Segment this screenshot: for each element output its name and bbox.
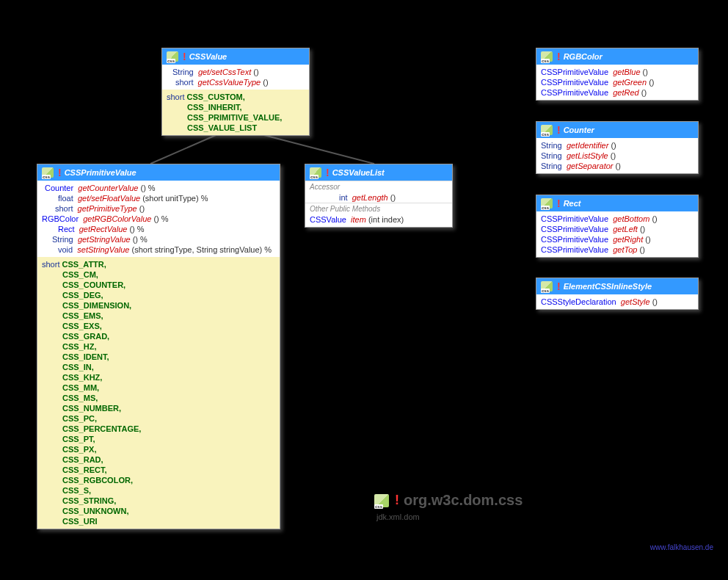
constant-row: CSS_RAD, (42, 454, 275, 465)
class-title: CSSValueList (332, 168, 385, 177)
class-title: Counter (564, 126, 594, 134)
method-list: CSSValue item (int index) (305, 214, 452, 227)
constant-row: CSS_DIMENSION, (42, 300, 275, 311)
class-title: CSSValue (189, 52, 228, 61)
constant-row: CSS_PX, (42, 444, 275, 454)
constant-row: short CSS_ATTR, (42, 259, 275, 269)
css-icon (541, 125, 553, 135)
warn-icon: ! (183, 51, 186, 62)
class-header: ! Rect (536, 195, 698, 211)
class-rect: ! Rect CSSPrimitiveValue getBottom () CS… (536, 195, 699, 258)
footer-link[interactable]: www.falkhausen.de (650, 543, 713, 551)
warn-icon: ! (58, 167, 62, 178)
constant-row: CSS_COUNTER, (42, 280, 275, 290)
class-elementcssinlinestyle: ! ElementCSSInlineStyle CSSStyleDeclarat… (536, 278, 699, 310)
warn-icon: ! (557, 51, 561, 62)
constant-row: CSS_MS, (42, 393, 275, 403)
constant-row: CSS_RECT, (42, 465, 275, 475)
class-header: ! RGBColor (536, 48, 698, 65)
constant-row: CSS_CM, (42, 269, 275, 280)
warn-icon: ! (326, 167, 330, 178)
constant-row: CSS_RGBCOLOR, (42, 475, 275, 485)
constant-row: CSS_S, (42, 485, 275, 496)
class-cssvalue: ! CSSValue String get/setCssText () shor… (161, 48, 310, 136)
class-cssvaluelist: ! CSSValueList Accessor int getLength ()… (305, 164, 453, 228)
method-list: String getIdentifier () String getListSt… (536, 138, 698, 173)
class-title: CSSPrimitiveValue (65, 168, 136, 177)
class-title: RGBColor (564, 52, 603, 61)
section-label: Accessor (305, 181, 452, 192)
constant-row: CSS_EMS, (42, 311, 275, 321)
constant-row: CSS_UNKNOWN, (42, 506, 275, 516)
class-header: ! CSSPrimitiveValue (37, 164, 280, 181)
constant-row: CSS_HZ, (42, 341, 275, 352)
css-icon (541, 51, 553, 62)
css-icon (310, 167, 321, 178)
class-counter: ! Counter String getIdentifier () String… (536, 121, 699, 174)
warn-icon: ! (395, 493, 399, 508)
class-cssprimitivevalue: ! CSSPrimitiveValue Counter getCounterVa… (37, 164, 280, 529)
method-list: CSSPrimitiveValue getBlue () CSSPrimitiv… (536, 65, 698, 100)
class-header: ! ElementCSSInlineStyle (536, 278, 698, 294)
package-label: ! org.w3c.dom.css (374, 492, 523, 509)
constant-row: CSS_STRING, (42, 496, 275, 506)
constant-row: CSS_DEG, (42, 290, 275, 300)
css-icon (374, 494, 389, 507)
constant-row: CSS_URI (42, 516, 275, 526)
constant-row: CSS_MM, (42, 383, 275, 393)
class-title: Rect (564, 199, 581, 208)
constant-list: short CSS_CUSTOM, CSS_INHERIT, CSS_PRIMI… (162, 90, 309, 135)
module-name: jdk.xml.dom (376, 512, 420, 521)
class-rgbcolor: ! RGBColor CSSPrimitiveValue getBlue () … (536, 48, 699, 101)
constant-row: CSS_PC, (42, 413, 275, 424)
method-list: String get/setCssText () short getCssVal… (162, 65, 309, 90)
method-list: CSSPrimitiveValue getBottom () CSSPrimit… (536, 211, 698, 257)
warn-icon: ! (557, 280, 561, 292)
warn-icon: ! (557, 197, 561, 209)
constant-list: short CSS_ATTR,CSS_CM,CSS_COUNTER,CSS_DE… (37, 257, 280, 529)
method-list: CSSStyleDeclaration getStyle () (536, 294, 698, 309)
css-icon (541, 198, 553, 209)
constant-row: CSS_EXS, (42, 321, 275, 331)
constant-row: CSS_IN, (42, 362, 275, 372)
class-header: ! CSSValue (162, 48, 309, 65)
class-header: ! Counter (536, 122, 698, 138)
constant-row: CSS_GRAD, (42, 331, 275, 341)
constant-row: CSS_PT, (42, 434, 275, 444)
warn-icon: ! (557, 124, 561, 136)
section-label: Other Public Methods (305, 203, 452, 214)
method-list: Counter getCounterValue () % float get/s… (37, 181, 280, 257)
css-icon (42, 167, 54, 178)
css-icon (167, 51, 178, 62)
class-header: ! CSSValueList (305, 164, 452, 181)
constant-row: CSS_IDENT, (42, 352, 275, 362)
package-name: org.w3c.dom.css (404, 492, 523, 509)
constant-row: CSS_NUMBER, (42, 403, 275, 413)
class-title: ElementCSSInlineStyle (564, 282, 652, 291)
method-list: int getLength () (305, 192, 452, 203)
constant-row: CSS_KHZ, (42, 372, 275, 383)
constant-row: CSS_PERCENTAGE, (42, 424, 275, 434)
css-icon (541, 281, 553, 291)
